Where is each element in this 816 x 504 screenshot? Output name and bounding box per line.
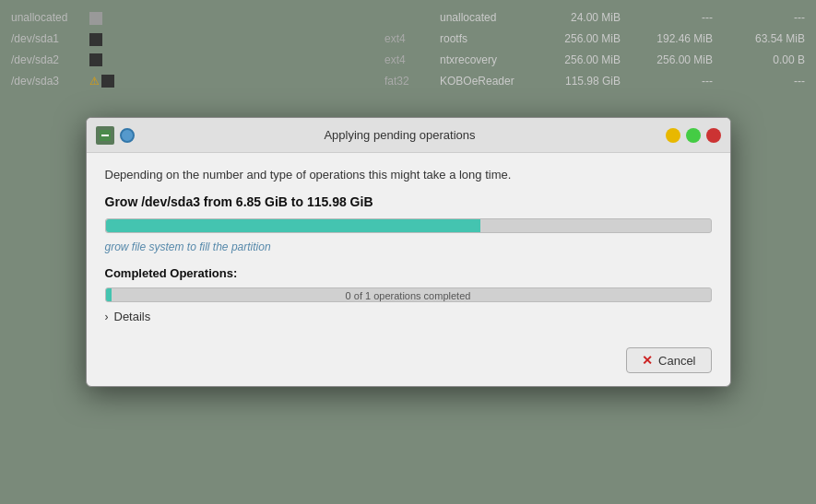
completed-title: Completed Operations: — [105, 266, 712, 280]
operation-title: Grow /dev/sda3 from 6.85 GiB to 115.98 G… — [105, 194, 712, 209]
maximize-button[interactable] — [686, 128, 701, 143]
chevron-right-icon: › — [105, 311, 109, 323]
details-row[interactable]: › Details — [105, 310, 712, 323]
minimize-button[interactable] — [666, 128, 680, 143]
loading-spinner — [120, 128, 135, 143]
dialog-title: Applying pending operations — [135, 128, 666, 142]
operation-progress-bar — [105, 218, 712, 233]
svg-rect-1 — [101, 135, 109, 136]
dialog-content: Depending on the number and type of oper… — [87, 153, 730, 338]
dialog-overlay: Applying pending operations Depending on… — [0, 0, 816, 504]
overall-progress-text: 0 of 1 operations completed — [106, 288, 711, 302]
dialog-footer: ✕ Cancel — [87, 338, 730, 386]
details-label: Details — [114, 310, 151, 323]
cancel-x-icon: ✕ — [642, 353, 653, 368]
dialog-titlebar: Applying pending operations — [87, 118, 730, 153]
operation-subtitle: grow file system to fill the partition — [105, 240, 712, 253]
info-text: Depending on the number and type of oper… — [105, 168, 712, 182]
operation-progress-fill — [106, 219, 481, 232]
close-button[interactable] — [706, 128, 721, 143]
apply-operations-dialog: Applying pending operations Depending on… — [86, 117, 731, 387]
app-icon — [96, 126, 114, 145]
window-controls — [666, 128, 721, 143]
cancel-button[interactable]: ✕ Cancel — [626, 347, 711, 373]
overall-progress-bar: 0 of 1 operations completed — [105, 287, 712, 302]
cancel-label: Cancel — [658, 354, 695, 368]
